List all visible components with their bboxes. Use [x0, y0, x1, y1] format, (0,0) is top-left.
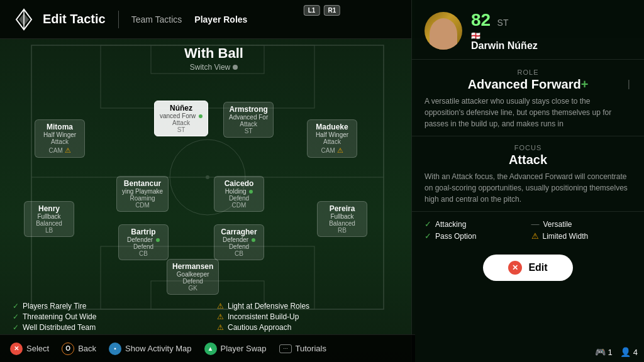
role-name: Advanced Forward+: [425, 77, 631, 92]
attr-limited-width: ⚠ Limited Width: [531, 231, 632, 241]
back-button[interactable]: O Back: [62, 343, 96, 355]
check-icon-pass-option: ✓: [425, 231, 431, 241]
player-henry[interactable]: Henry Fullback Balanced LB: [24, 201, 74, 237]
role-plus-icon: +: [581, 77, 589, 91]
player-caicedo[interactable]: Caicedo Holding Defend CDM: [214, 176, 264, 212]
player-profile-header: 82 ST 🏴󠁧󠁢󠁥󠁮󠁧󠁿 Darwin Núñez: [412, 0, 644, 60]
note-well-distributed: ✓ Well Distributed Team: [13, 323, 198, 332]
lb-rb-buttons: L1 R1: [304, 5, 340, 16]
nav-player-roles[interactable]: Player Roles: [194, 14, 247, 25]
app-logo: [13, 8, 35, 31]
focus-description: With an Attack focus, the Advanced Forwa…: [425, 171, 631, 205]
role-label: Role: [425, 69, 631, 76]
attr-attacking: ✓ Attacking: [425, 219, 525, 229]
triangle-icon: ▲: [204, 343, 217, 355]
attr-versatile: — Versatile: [531, 219, 632, 229]
players-icon: 👤: [620, 347, 631, 357]
player-flag: 🏴󠁧󠁢󠁥󠁮󠁧󠁿: [471, 31, 538, 40]
check-icon-attacking: ✓: [425, 219, 431, 229]
player-bentancur[interactable]: Bentancur ying Playmake Roaming CDM: [116, 176, 169, 212]
note-players-rarely-tire: ✓ Players Rarely Tire: [13, 302, 198, 310]
edit-button[interactable]: ✕ Edit: [483, 255, 572, 281]
formation-area: Armstrong Advanced For Attack ST Núñez v…: [0, 39, 409, 322]
warn-icon-limited-width: ⚠: [531, 231, 539, 241]
player-info: 82 ST 🏴󠁧󠁢󠁥󠁮󠁧󠁿 Darwin Núñez: [471, 10, 538, 52]
role-section: Role Advanced Forward+ A versatile attac…: [412, 60, 644, 136]
warn-icon-1: ⚠: [217, 302, 224, 310]
square-icon: ▪: [109, 343, 121, 355]
indicator-players: 👤 4: [620, 347, 638, 357]
player-full-name: Darwin Núñez: [471, 40, 538, 52]
bottom-bar: ✕ Select O Back ▪ Show Activity Map ▲ Pl…: [0, 334, 415, 362]
player-position-badge: ST: [497, 18, 509, 28]
nav-team-tactics[interactable]: Team Tactics: [131, 14, 182, 25]
tutorials-button[interactable]: ⋯ Tutorials: [279, 344, 326, 353]
check-icon-1: ✓: [13, 302, 19, 310]
note-cautious-approach: ⚠ Cautious Approach: [217, 323, 402, 332]
activity-map-button[interactable]: ▪ Show Activity Map: [109, 343, 192, 355]
warn-icon-2: ⚠: [217, 312, 224, 321]
warn-icon-3: ⚠: [217, 323, 224, 332]
options-icon: ⋯: [279, 344, 292, 353]
x-icon: ✕: [10, 343, 23, 355]
focus-section: Focus Attack With an Attack focus, the A…: [412, 136, 644, 212]
attributes-grid: ✓ Attacking — Versatile ✓ Pass Option ⚠ …: [412, 212, 644, 248]
edit-x-icon: ✕: [508, 261, 522, 275]
player-carragher[interactable]: Carragher Defender Defend CB: [214, 224, 264, 260]
note-light-defensive: ⚠ Light at Defensive Roles: [217, 302, 402, 310]
focus-name: Attack: [425, 153, 631, 167]
attr-pass-option: ✓ Pass Option: [425, 231, 525, 241]
scroll-indicator: |: [628, 79, 630, 90]
player-hermansen[interactable]: Hermansen Goalkeeper Defend GK: [167, 259, 219, 295]
dash-icon-versatile: —: [531, 219, 540, 229]
header-divider: [118, 11, 119, 28]
edit-button-container: ✕ Edit: [412, 248, 644, 290]
note-threatening-out-wide: ✓ Threatening Out Wide: [13, 312, 198, 321]
check-icon-2: ✓: [13, 312, 19, 321]
player-madueke[interactable]: Madueke Half Winger Attack CAM ⚠: [307, 119, 357, 158]
indicator-controller: 🎮 1: [595, 347, 613, 357]
bottom-right-indicators: 🎮 1 👤 4: [595, 347, 638, 357]
page-title: Edit Tactic: [43, 12, 106, 26]
player-avatar: [425, 12, 462, 50]
player-pereira[interactable]: Pereira Fullback Balanced RB: [317, 201, 367, 237]
player-nunez[interactable]: Núñez vanced Forw Attack ST: [154, 101, 208, 136]
switch-view[interactable]: Switch View: [31, 63, 396, 72]
controller-icon: 🎮: [595, 347, 606, 357]
player-swap-button[interactable]: ▲ Player Swap: [204, 343, 267, 355]
check-icon-3: ✓: [13, 323, 19, 332]
right-panel: 82 ST 🏴󠁧󠁢󠁥󠁮󠁧󠁿 Darwin Núñez Role Advanced…: [411, 0, 644, 362]
r1-button[interactable]: R1: [323, 5, 340, 16]
with-ball-title: With Ball: [31, 45, 396, 62]
section-title-area: With Ball Switch View: [31, 45, 396, 72]
player-armstrong[interactable]: Armstrong Advanced For Attack ST: [223, 102, 274, 138]
role-description: A versatile attacker who usually stays c…: [425, 96, 631, 129]
o-icon: O: [62, 343, 74, 355]
player-rating: 82: [471, 10, 491, 30]
player-mitoma[interactable]: Mitoma Half Winger Attack CAM ⚠: [35, 119, 85, 158]
player-bartrip[interactable]: Bartrip Defender Defend CB: [118, 224, 169, 260]
note-inconsistent-build: ⚠ Inconsistent Build-Up: [217, 312, 402, 321]
focus-label: Focus: [425, 144, 631, 151]
l1-button[interactable]: L1: [304, 5, 320, 16]
team-notes: ✓ Players Rarely Tire ⚠ Light at Defensi…: [13, 302, 402, 332]
select-button[interactable]: ✕ Select: [10, 343, 49, 355]
header-nav: Team Tactics Player Roles: [131, 14, 248, 25]
